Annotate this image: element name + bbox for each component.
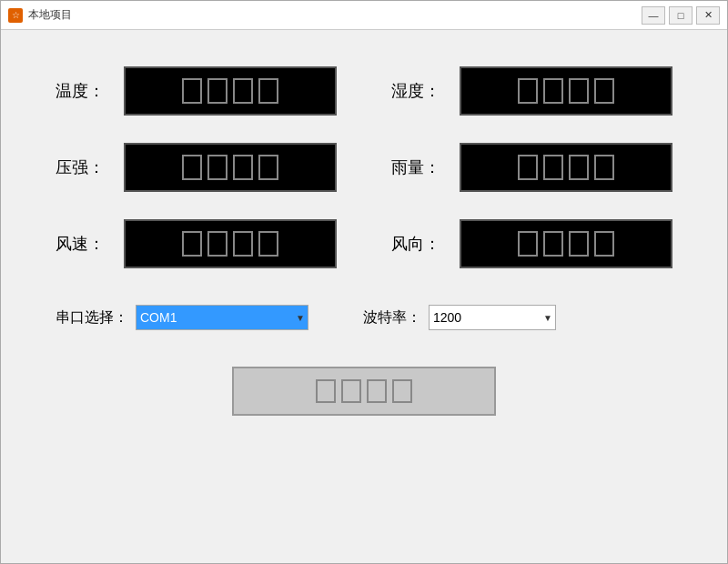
- ws-digit-1: [182, 231, 202, 257]
- com-port-group: 串口选择： COM1 COM2 COM3 COM4 ▼: [56, 305, 308, 330]
- rain-digit-2: [543, 155, 563, 180]
- content-area: 温度： 湿度： 压强：: [1, 30, 727, 563]
- com-port-select-wrapper: COM1 COM2 COM3 COM4 ▼: [136, 305, 308, 330]
- pres-digit-4: [258, 155, 278, 180]
- window-title: 本地项目: [28, 7, 72, 23]
- temperature-display: [124, 66, 337, 116]
- com-port-select[interactable]: COM1 COM2 COM3 COM4: [136, 305, 308, 330]
- title-bar-left: ☆ 本地项目: [8, 7, 72, 23]
- maximize-button[interactable]: □: [669, 6, 693, 25]
- wind-direction-row: 风向：: [391, 219, 672, 268]
- connect-button[interactable]: [232, 367, 496, 416]
- baud-rate-select[interactable]: 1200 2400 4800 9600 19200 38400 57600 11…: [429, 305, 556, 330]
- wind-speed-row: 风速：: [56, 219, 337, 268]
- humidity-label: 湿度：: [391, 80, 450, 102]
- baud-rate-select-wrapper: 1200 2400 4800 9600 19200 38400 57600 11…: [429, 305, 556, 330]
- rain-digit-3: [569, 155, 589, 180]
- hum-digit-2: [543, 78, 563, 104]
- rainfall-label: 雨量：: [391, 156, 450, 178]
- baud-rate-label: 波特率：: [363, 308, 421, 327]
- rain-digit-1: [518, 155, 538, 180]
- hum-digit-3: [569, 78, 589, 104]
- rainfall-display: [460, 143, 672, 192]
- ws-digit-3: [233, 231, 253, 257]
- pres-digit-3: [233, 155, 253, 180]
- sensor-grid: 温度： 湿度： 压强：: [56, 66, 672, 268]
- pressure-display: [124, 143, 337, 192]
- pressure-label: 压强：: [56, 156, 115, 178]
- app-icon: ☆: [8, 8, 23, 23]
- minimize-button[interactable]: —: [642, 6, 665, 25]
- pres-digit-1: [182, 155, 202, 180]
- ws-digit-2: [207, 231, 228, 257]
- wd-digit-2: [543, 231, 563, 257]
- hum-digit-1: [518, 78, 538, 104]
- baud-rate-group: 波特率： 1200 2400 4800 9600 19200 38400 576…: [363, 305, 556, 330]
- wd-digit-1: [518, 231, 538, 257]
- btn-digit-3: [367, 379, 387, 403]
- temp-digit-2: [207, 78, 228, 104]
- humidity-display: [460, 66, 672, 116]
- wd-digit-4: [594, 231, 614, 257]
- temp-digit-4: [258, 78, 278, 104]
- btn-digit-4: [392, 379, 412, 403]
- rainfall-row: 雨量：: [391, 143, 672, 192]
- ws-digit-4: [258, 231, 278, 257]
- temp-digit-1: [182, 78, 202, 104]
- rain-digit-4: [594, 155, 614, 180]
- wind-speed-display: [124, 219, 337, 268]
- humidity-row: 湿度：: [391, 66, 672, 116]
- title-controls: — □ ✕: [642, 6, 720, 25]
- hum-digit-4: [594, 78, 614, 104]
- btn-digit-1: [316, 379, 336, 403]
- wd-digit-3: [569, 231, 589, 257]
- com-port-label: 串口选择：: [56, 308, 128, 327]
- pressure-row: 压强：: [56, 143, 337, 192]
- btn-digit-2: [341, 379, 361, 403]
- wind-speed-label: 风速：: [56, 233, 115, 255]
- temperature-label: 温度：: [56, 80, 115, 102]
- controls-row: 串口选择： COM1 COM2 COM3 COM4 ▼ 波特率： 1200: [56, 305, 672, 330]
- wind-direction-display: [460, 219, 672, 268]
- button-row: [56, 367, 672, 416]
- main-window: ☆ 本地项目 — □ ✕ 温度： 湿度：: [0, 0, 728, 564]
- pres-digit-2: [207, 155, 228, 180]
- wind-direction-label: 风向：: [391, 233, 450, 255]
- close-button[interactable]: ✕: [696, 6, 720, 25]
- temperature-row: 温度：: [56, 66, 337, 116]
- title-bar: ☆ 本地项目 — □ ✕: [1, 1, 727, 30]
- temp-digit-3: [233, 78, 253, 104]
